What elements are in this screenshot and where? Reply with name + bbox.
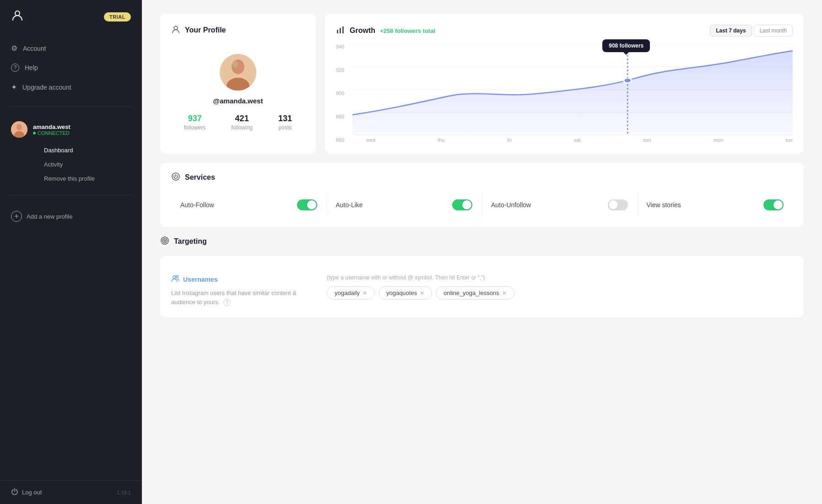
sidebar-item-label: Upgrade account: [22, 84, 71, 91]
growth-chart: 908 followers: [352, 44, 793, 135]
growth-header: Growth +258 followers total Last 7 days …: [336, 25, 793, 37]
growth-card: Growth +258 followers total Last 7 days …: [325, 14, 804, 154]
services-card: Services Auto-Follow Auto-Like Auto-Unfo…: [160, 163, 804, 227]
logout-button[interactable]: Log out: [11, 488, 42, 497]
y-label-940: 940: [336, 44, 344, 49]
x-label-thu: thu: [438, 137, 445, 143]
sidebar-footer: Log out 1.19.1: [0, 480, 142, 504]
svg-point-22: [164, 240, 166, 241]
service-label: Auto-Like: [336, 201, 363, 209]
sidebar: TRIAL ⚙ Account ? Help ✦ Upgrade account: [0, 0, 142, 504]
sidebar-item-label: Account: [23, 45, 46, 52]
growth-title: Growth: [350, 27, 375, 35]
tags-container: yogadaily ✕ yogaquotes ✕ online_yoga_les…: [327, 286, 793, 300]
profile-info: amanda.west CONNECTED: [33, 123, 70, 136]
x-label-wed: wed: [366, 137, 375, 143]
add-profile-button[interactable]: + Add a new profile: [0, 204, 142, 229]
growth-period-buttons: Last 7 days Last month: [710, 25, 793, 37]
profile-name: amanda.west: [33, 123, 70, 130]
main-content: Your Profile @amanda.west 937 followers: [142, 0, 822, 504]
followers-value: 937: [184, 114, 206, 123]
y-label-860: 860: [336, 137, 344, 143]
gear-icon: ⚙: [11, 44, 17, 53]
svg-point-4: [174, 26, 178, 30]
service-auto-follow: Auto-Follow: [171, 192, 327, 218]
help-icon: ?: [11, 64, 19, 72]
following-stat: 421 following: [231, 114, 253, 131]
tag-online-yoga-lessons[interactable]: online_yoga_lessons ✕: [436, 286, 514, 300]
version-label: 1.19.1: [117, 490, 131, 495]
auto-unfollow-toggle[interactable]: [608, 199, 628, 210]
followers-label: followers: [184, 124, 206, 131]
auto-follow-toggle[interactable]: [297, 199, 317, 210]
svg-point-0: [15, 11, 20, 16]
tag-remove-icon[interactable]: ✕: [502, 290, 507, 296]
power-circle-icon: [171, 172, 180, 183]
plus-icon: +: [11, 211, 22, 222]
profile-section: amanda.west CONNECTED Dashboard Activity…: [0, 111, 142, 190]
status-dot: [33, 132, 36, 134]
toggle-knob: [609, 200, 618, 209]
following-value: 421: [231, 114, 253, 123]
person-icon: [171, 25, 180, 36]
help-hint-icon[interactable]: ?: [223, 299, 231, 306]
svg-point-23: [173, 276, 176, 279]
chart-x-labels: wed thu fri sat sun mon tue: [352, 135, 793, 143]
y-label-900: 900: [336, 91, 344, 96]
chart-y-labels: 940 920 900 880 860: [336, 44, 344, 143]
trial-badge: TRIAL: [104, 12, 131, 21]
sidebar-item-label: Help: [25, 64, 38, 71]
service-auto-like: Auto-Like: [327, 192, 482, 218]
sidebar-nav: ⚙ Account ? Help ✦ Upgrade account: [0, 34, 142, 102]
x-label-sat: sat: [574, 137, 581, 143]
svg-point-7: [233, 60, 238, 68]
targeting-inner: Usernames List Instagram users that have…: [171, 274, 793, 306]
period-btn-7days[interactable]: Last 7 days: [710, 25, 752, 37]
add-profile-label: Add a new profile: [27, 213, 72, 220]
tag-yogadaily[interactable]: yogadaily ✕: [327, 286, 375, 300]
profile-stats: 937 followers 421 following 131 posts: [171, 114, 305, 131]
service-label: Auto-Unfollow: [491, 201, 531, 209]
sub-nav-item-dashboard[interactable]: Dashboard: [33, 143, 142, 157]
profile-header[interactable]: amanda.west CONNECTED: [0, 116, 142, 143]
posts-stat: 131 posts: [278, 114, 292, 131]
service-label: View stories: [647, 201, 681, 209]
followers-stat: 937 followers: [184, 114, 206, 131]
sub-nav-item-activity[interactable]: Activity: [33, 157, 142, 172]
your-profile-title: Your Profile: [171, 25, 305, 36]
targeting-section: Targeting Usernames: [160, 236, 804, 317]
svg-point-18: [624, 78, 632, 83]
sub-nav-item-remove[interactable]: Remove this profile: [33, 172, 142, 186]
profile-card-inner: @amanda.west 937 followers 421 following…: [171, 45, 305, 140]
x-label-mon: mon: [714, 137, 723, 143]
tag-remove-icon[interactable]: ✕: [420, 290, 424, 296]
sidebar-item-help[interactable]: ? Help: [0, 58, 142, 77]
targeting-desc: List Instagram users that have similar c…: [171, 289, 308, 306]
your-profile-card: Your Profile @amanda.west 937 followers: [160, 14, 316, 154]
targeting-right: (type a username with or without @ symbo…: [327, 274, 793, 306]
sidebar-item-upgrade[interactable]: ✦ Upgrade account: [0, 77, 142, 97]
tag-label: yogaquotes: [386, 290, 417, 296]
auto-like-toggle[interactable]: [452, 199, 472, 210]
period-btn-month[interactable]: Last month: [754, 25, 793, 37]
tag-remove-icon[interactable]: ✕: [362, 290, 367, 296]
profile-status: CONNECTED: [33, 130, 70, 136]
sidebar-item-account[interactable]: ⚙ Account: [0, 38, 142, 58]
svg-point-24: [176, 276, 178, 278]
svg-rect-9: [337, 30, 338, 33]
tag-yogaquotes[interactable]: yogaquotes ✕: [379, 286, 432, 300]
service-view-stories: View stories: [638, 192, 793, 218]
targeting-left: Usernames List Instagram users that have…: [171, 274, 308, 306]
following-label: following: [231, 124, 253, 131]
x-label-tue: tue: [786, 137, 793, 143]
targeting-card: Usernames List Instagram users that have…: [160, 256, 804, 317]
profile-big-avatar: [220, 54, 256, 91]
y-label-920: 920: [336, 67, 344, 73]
services-grid: Auto-Follow Auto-Like Auto-Unfollow: [171, 192, 793, 218]
service-label: Auto-Follow: [180, 201, 214, 209]
view-stories-toggle[interactable]: [763, 199, 784, 210]
services-section: Services Auto-Follow Auto-Like Auto-Unfo…: [160, 163, 804, 227]
chart-tooltip: 908 followers: [602, 39, 650, 52]
users-icon: [171, 274, 179, 284]
avatar: [11, 121, 27, 138]
